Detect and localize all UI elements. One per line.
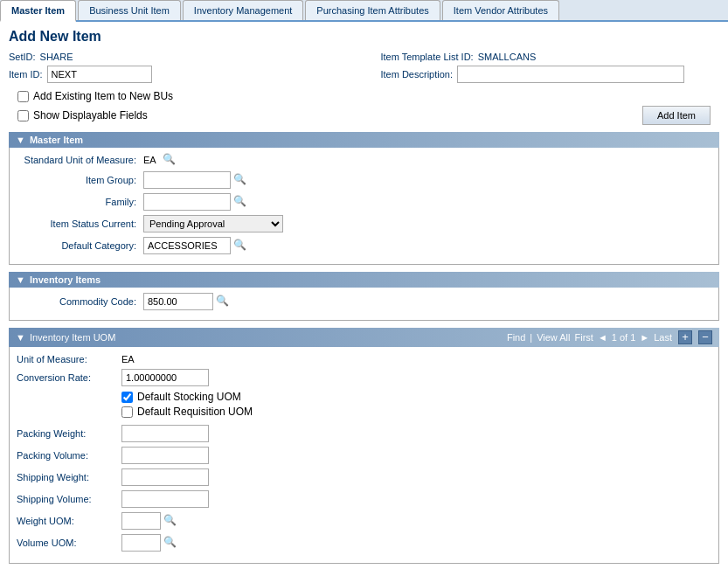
checkbox-show-displayable-input[interactable] — [17, 110, 29, 121]
add-item-button[interactable]: Add Item — [642, 106, 711, 125]
checkbox-add-existing-label: Add Existing Item to New BUs — [33, 90, 173, 102]
default-category-label: Default Category: — [17, 240, 143, 251]
default-category-row: Default Category: — [17, 237, 711, 254]
item-group-label: Item Group: — [17, 175, 143, 185]
uom-section-header: ▼ Inventory Item UOM Find | View All Fir… — [9, 328, 719, 347]
master-item-section-body: Standard Unit of Measure: EA Item Group:… — [9, 148, 719, 265]
volume-uom-search-icon[interactable] — [163, 536, 177, 550]
inventory-items-section-body: Commodity Code: — [9, 288, 719, 321]
volume-uom-row: Volume UOM: — [17, 534, 711, 552]
uom-remove-row-button[interactable]: − — [698, 330, 712, 344]
uom-field-row: Unit of Measure: EA — [17, 354, 711, 364]
std-uom-label: Standard Unit of Measure: — [17, 155, 143, 165]
item-status-row: Item Status Current: Pending Approval Ac… — [17, 215, 711, 232]
default-category-input[interactable] — [143, 237, 231, 254]
checkbox-show-displayable-label: Show Displayable Fields — [33, 109, 148, 121]
default-category-search-icon[interactable] — [233, 239, 247, 253]
uom-section-title: Inventory Item UOM — [30, 332, 115, 343]
tab-master-item[interactable]: Master Item — [0, 0, 76, 22]
item-id-input[interactable] — [47, 66, 152, 83]
std-uom-value: EA — [143, 155, 156, 165]
std-uom-search-icon[interactable] — [163, 153, 177, 167]
weight-uom-row: Weight UOM: — [17, 512, 711, 530]
family-input[interactable] — [143, 193, 231, 211]
default-stocking-uom-row: Default Stocking UOM — [121, 391, 711, 403]
volume-uom-input[interactable] — [121, 534, 161, 552]
setid-label: SetID: — [9, 52, 36, 62]
item-description-label: Item Description: — [380, 69, 453, 80]
master-item-arrow-icon: ▼ — [16, 135, 25, 145]
uom-next-icon[interactable]: ► — [640, 332, 649, 343]
inventory-items-section-header: ▼ Inventory Items — [9, 272, 719, 288]
commodity-code-input[interactable] — [143, 293, 213, 310]
packing-volume-row: Packing Volume: — [17, 447, 711, 464]
item-template-label: Item Template List ID: — [380, 52, 473, 62]
tab-business-unit-item[interactable]: Business Unit Item — [78, 0, 181, 20]
uom-prev-icon[interactable]: ◄ — [598, 332, 607, 343]
default-stocking-uom-checkbox[interactable] — [121, 392, 133, 403]
item-id-label: Item ID: — [9, 69, 43, 80]
checkbox-show-displayable: Show Displayable Fields — [17, 109, 148, 121]
uom-add-row-button[interactable]: + — [678, 330, 692, 344]
uom-title-area: ▼ Inventory Item UOM — [16, 332, 115, 343]
conversion-rate-input[interactable] — [121, 369, 209, 386]
item-template-value: SMALLCANS — [478, 52, 537, 62]
family-label: Family: — [17, 197, 143, 207]
tab-bar: Master Item Business Unit Item Inventory… — [0, 0, 728, 22]
packing-weight-row: Packing Weight: — [17, 425, 711, 442]
setid-value: SHARE — [40, 52, 73, 62]
uom-view-all-link[interactable]: View All — [537, 332, 570, 343]
family-row: Family: — [17, 193, 711, 211]
default-requisition-uom-checkbox[interactable] — [121, 406, 133, 418]
tab-item-vendor-attributes[interactable]: Item Vendor Attributes — [442, 0, 559, 20]
weight-uom-search-icon[interactable] — [163, 514, 177, 528]
packing-volume-label: Packing Volume: — [17, 450, 121, 461]
page-title: Add New Item — [9, 29, 719, 45]
item-status-select[interactable]: Pending Approval Active Inactive Hold — [143, 215, 283, 232]
packing-weight-input[interactable] — [121, 425, 209, 442]
inventory-items-section-title: Inventory Items — [30, 274, 101, 285]
uom-measure-label: Unit of Measure: — [17, 354, 121, 364]
shipping-volume-label: Shipping Volume: — [17, 494, 121, 504]
uom-section-body: Unit of Measure: EA Conversion Rate: Def… — [9, 347, 719, 564]
conversion-rate-label: Conversion Rate: — [17, 372, 121, 383]
shipping-weight-input[interactable] — [121, 468, 209, 486]
item-status-label: Item Status Current: — [17, 219, 143, 229]
packing-weight-label: Packing Weight: — [17, 428, 121, 439]
weight-uom-input[interactable] — [121, 512, 161, 530]
item-group-input[interactable] — [143, 171, 231, 189]
uom-arrow-icon: ▼ — [16, 332, 25, 343]
shipping-weight-row: Shipping Weight: — [17, 468, 711, 486]
default-requisition-uom-label: Default Requisition UOM — [137, 406, 253, 418]
master-item-section-title: Master Item — [30, 135, 83, 145]
default-requisition-uom-row: Default Requisition UOM — [121, 406, 711, 418]
uom-measure-value: EA — [121, 354, 135, 364]
weight-uom-label: Weight UOM: — [17, 516, 121, 526]
tab-purchasing-item-attributes[interactable]: Purchasing Item Attributes — [305, 0, 440, 20]
tab-inventory-management[interactable]: Inventory Management — [183, 0, 304, 20]
item-group-search-icon[interactable] — [233, 173, 247, 187]
default-stocking-uom-label: Default Stocking UOM — [137, 391, 241, 403]
shipping-volume-input[interactable] — [121, 490, 209, 508]
uom-nav-area: Find | View All First ◄ 1 of 1 ► Last + … — [507, 330, 712, 344]
conversion-rate-row: Conversion Rate: — [17, 369, 711, 386]
commodity-code-label: Commodity Code: — [17, 296, 143, 307]
uom-page-info: 1 of 1 — [612, 332, 636, 343]
shipping-volume-row: Shipping Volume: — [17, 490, 711, 508]
page-content: Add New Item SetID: SHARE Item ID: Item … — [0, 22, 728, 569]
std-uom-row: Standard Unit of Measure: EA — [17, 153, 711, 167]
commodity-code-row: Commodity Code: — [17, 293, 711, 310]
family-search-icon[interactable] — [233, 195, 247, 209]
packing-volume-input[interactable] — [121, 447, 209, 464]
item-description-input[interactable] — [457, 66, 684, 83]
shipping-weight-label: Shipping Weight: — [17, 472, 121, 482]
uom-find-link[interactable]: Find — [507, 332, 525, 343]
checkbox-add-existing-input[interactable] — [17, 91, 29, 102]
checkbox-add-existing: Add Existing Item to New BUs — [17, 90, 719, 102]
volume-uom-label: Volume UOM: — [17, 538, 121, 548]
item-group-row: Item Group: — [17, 171, 711, 189]
inventory-items-arrow-icon: ▼ — [16, 274, 25, 285]
master-item-section-header: ▼ Master Item — [9, 132, 719, 148]
commodity-code-search-icon[interactable] — [216, 295, 230, 309]
